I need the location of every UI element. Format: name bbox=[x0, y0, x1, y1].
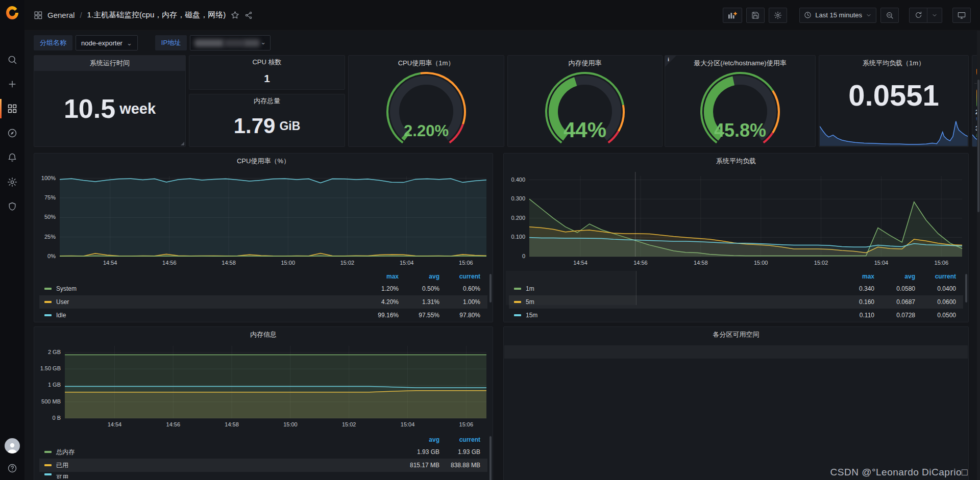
legend-swatch bbox=[514, 288, 521, 290]
sidebar-item-dashboards[interactable] bbox=[0, 101, 24, 116]
legend-values: 815.17 MB838.88 MB bbox=[399, 462, 480, 469]
gauge-value: 44% bbox=[508, 118, 662, 142]
y-tick-label: 1 GB bbox=[34, 382, 61, 388]
mem-info-plot[interactable]: 0 B500 MB1 GB1.50 GB2 GB14:5414:5614:581… bbox=[36, 342, 491, 432]
legend-series-label[interactable]: 已用 bbox=[56, 461, 68, 470]
load-plot[interactable]: 00.1000.2000.3000.40014:5414:5614:5815:0… bbox=[506, 169, 966, 270]
x-tick-label: 15:00 bbox=[277, 260, 299, 266]
add-panel-button[interactable] bbox=[723, 8, 742, 23]
y-tick-label: 1.50 GB bbox=[34, 365, 61, 371]
sidebar-item-alerting[interactable] bbox=[0, 150, 24, 165]
legend-value: 4.20% bbox=[358, 298, 399, 306]
panel-title[interactable]: 系统运行时间 bbox=[34, 56, 185, 71]
x-tick-label: 14:58 bbox=[217, 260, 240, 266]
legend-swatch bbox=[514, 314, 521, 316]
page-scrollbar-thumb[interactable] bbox=[977, 80, 979, 212]
x-tick-label: 15:02 bbox=[336, 260, 358, 266]
legend-series-label[interactable]: System bbox=[56, 285, 77, 292]
ip-address-label[interactable]: IP地址 bbox=[155, 35, 187, 50]
legend-header-row: maxavgcurrent bbox=[509, 271, 963, 282]
panel-title[interactable]: CPU使用率（1m） bbox=[349, 56, 504, 71]
x-tick-label: 15:06 bbox=[455, 421, 477, 427]
save-dashboard-button[interactable] bbox=[746, 8, 765, 23]
panel-cpu-usage-gauge: CPU使用率（1m） 2.20% bbox=[348, 55, 504, 147]
panel-title[interactable]: 各分区可用空间 bbox=[504, 327, 968, 342]
time-range-picker[interactable]: Last 15 minutes bbox=[799, 8, 876, 23]
grafana-logo[interactable] bbox=[5, 5, 20, 20]
shield-icon bbox=[7, 201, 17, 212]
star-icon[interactable] bbox=[231, 11, 239, 19]
resize-handle[interactable] bbox=[181, 142, 184, 145]
legend-swatch bbox=[44, 314, 52, 316]
uptime-unit: week bbox=[119, 100, 156, 117]
ip-address-dropdown[interactable]: ⌄ bbox=[190, 35, 271, 50]
legend-sort-avg[interactable]: avg bbox=[874, 273, 915, 280]
sidebar-item-search[interactable] bbox=[0, 52, 24, 67]
sidebar-item-help[interactable] bbox=[7, 462, 17, 475]
cpu-cores-value: 1 bbox=[264, 72, 270, 85]
legend-series-label[interactable]: 总内存 bbox=[56, 448, 75, 457]
panel-title[interactable]: 内存使用率 bbox=[508, 56, 662, 71]
legend-values: 0.1600.06870.0600 bbox=[834, 298, 956, 306]
clock-icon bbox=[804, 11, 812, 19]
legend-series-label[interactable]: User bbox=[56, 298, 69, 306]
page-scrollbar-track[interactable] bbox=[977, 31, 980, 480]
navbar-actions: Last 15 minutes bbox=[723, 8, 971, 23]
legend-series-label[interactable]: Idle bbox=[56, 312, 66, 319]
legend-series-label[interactable]: 可用 bbox=[56, 473, 68, 478]
panel-title[interactable]: CPU 核数 bbox=[189, 56, 345, 69]
panel-mem-total: 内存总量 1.79 GiB bbox=[189, 94, 345, 147]
refresh-interval-dropdown[interactable] bbox=[927, 8, 942, 23]
legend-value: 0.50% bbox=[399, 285, 439, 292]
zoom-out-button[interactable] bbox=[880, 8, 899, 23]
y-tick-label: 500 MB bbox=[34, 398, 61, 405]
legend-sort-max[interactable]: max bbox=[358, 273, 399, 280]
redacted-value bbox=[224, 39, 244, 47]
y-tick-label: 100% bbox=[29, 175, 56, 181]
legend-scrollbar[interactable] bbox=[489, 274, 492, 302]
legend-scrollbar[interactable] bbox=[965, 274, 967, 302]
panel-title[interactable]: 内存信息 bbox=[34, 327, 493, 342]
dashboard-title[interactable]: 1.主机基础监控(cpu，内存，磁盘，网络) bbox=[87, 10, 226, 20]
panel-title[interactable]: 系统平均负载（1m） bbox=[819, 56, 968, 71]
legend-sort-current[interactable]: current bbox=[439, 436, 480, 443]
sidebar-item-explore[interactable] bbox=[0, 125, 24, 141]
breadcrumb-folder[interactable]: General bbox=[47, 11, 75, 19]
legend-sort-avg[interactable]: avg bbox=[399, 273, 439, 280]
x-tick-label: 14:54 bbox=[569, 260, 592, 266]
legend-value: 1.93 GB bbox=[399, 448, 439, 456]
refresh-button[interactable] bbox=[909, 8, 927, 23]
legend-sort-avg[interactable]: avg bbox=[399, 436, 439, 443]
legend-series-label[interactable]: 1m bbox=[526, 285, 534, 292]
cpu-usage-plot[interactable]: 0%25%50%75%100%14:5414:5614:5815:0015:02… bbox=[36, 169, 491, 270]
sidebar-item-server-admin[interactable] bbox=[0, 199, 24, 214]
refresh-icon bbox=[915, 11, 922, 19]
panel-info-corner[interactable] bbox=[665, 56, 676, 67]
legend-sort-current[interactable]: current bbox=[915, 273, 956, 280]
group-name-value: node-exporter bbox=[81, 39, 122, 47]
sidebar-item-configuration[interactable] bbox=[0, 174, 24, 190]
legend-sort-max[interactable]: max bbox=[834, 273, 874, 280]
legend-scrollbar[interactable] bbox=[489, 436, 492, 480]
chart-svg bbox=[36, 169, 491, 270]
dashboard-settings-button[interactable] bbox=[769, 8, 787, 23]
gear-icon bbox=[7, 177, 17, 187]
group-name-dropdown[interactable]: node-exporter ⌄ bbox=[76, 35, 138, 50]
group-name-label[interactable]: 分组名称 bbox=[34, 35, 72, 50]
panel-title[interactable]: 最大分区(/etc/hostname)使用率 bbox=[665, 56, 815, 71]
legend-series-label[interactable]: 15m bbox=[526, 312, 537, 319]
x-tick-label: 14:58 bbox=[220, 421, 243, 427]
sidebar-item-create[interactable] bbox=[0, 77, 24, 92]
user-avatar[interactable] bbox=[5, 438, 20, 453]
variables-bar: 分组名称 node-exporter ⌄ IP地址 ⌄ bbox=[24, 31, 980, 55]
share-icon[interactable] bbox=[244, 11, 253, 19]
sidebar bbox=[0, 0, 24, 480]
legend-value: 97.55% bbox=[399, 312, 439, 319]
panel-title[interactable]: CPU使用率（%） bbox=[34, 154, 493, 169]
panel-title[interactable]: 系统平均负载 bbox=[504, 154, 968, 169]
cycle-view-mode-button[interactable] bbox=[952, 8, 971, 23]
x-tick-label: 14:54 bbox=[99, 260, 121, 266]
legend-series-label[interactable]: 5m bbox=[526, 298, 534, 306]
redacted-value bbox=[243, 39, 260, 47]
legend-sort-current[interactable]: current bbox=[439, 273, 480, 280]
